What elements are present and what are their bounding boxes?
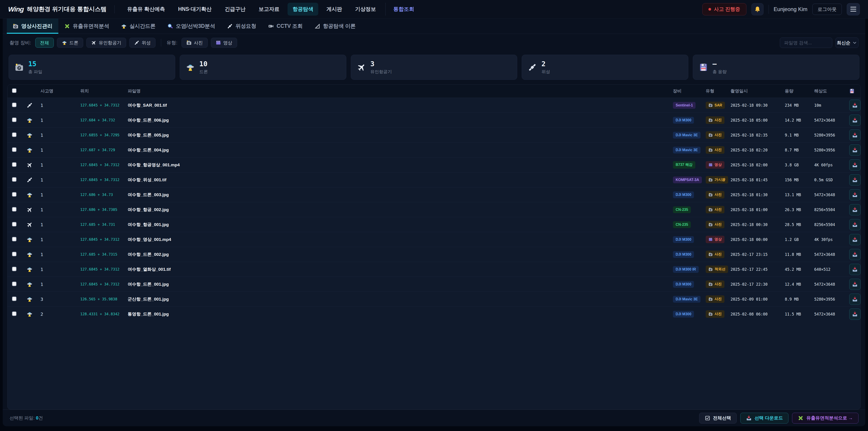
device-filter-button[interactable]: 드론 [57, 38, 83, 48]
download-button[interactable] [849, 249, 861, 260]
download-button[interactable] [849, 129, 861, 141]
download-button[interactable] [849, 234, 861, 245]
row-checkbox[interactable] [12, 118, 17, 122]
source-type-icon [26, 147, 33, 153]
row-checkbox[interactable] [12, 282, 17, 286]
sub-tab[interactable]: 오염/선박3D분석 [161, 19, 221, 34]
coordinates-link[interactable]: 127.6845 + 34.7312 [76, 237, 123, 242]
table-row[interactable]: 1 127.685 + 34.731 여수항_항공_001.jpg CN-235… [7, 217, 861, 232]
download-button[interactable] [849, 189, 861, 201]
nav-item[interactable]: 게시판 [321, 3, 347, 16]
nav-item[interactable]: 긴급구난 [220, 3, 250, 16]
row-checkbox[interactable] [12, 177, 17, 182]
nav-item[interactable]: 유출유 확산예측 [122, 3, 170, 16]
nav-item[interactable]: 보고자료 [254, 3, 284, 16]
row-checkbox[interactable] [12, 192, 17, 196]
row-checkbox[interactable] [12, 311, 17, 316]
download-button[interactable] [849, 219, 861, 230]
row-checkbox[interactable] [12, 132, 17, 137]
coordinates-link[interactable]: 127.684 + 34.732 [76, 118, 123, 122]
row-checkbox[interactable] [12, 267, 17, 271]
sub-tab[interactable]: 위성요청 [221, 19, 262, 34]
file-size: 8.7 MB [780, 148, 810, 152]
download-button[interactable] [849, 308, 861, 320]
row-checkbox[interactable] [12, 252, 17, 256]
sub-tab[interactable]: CCTV 조회 [262, 19, 309, 34]
sub-tab[interactable]: 유출유면적분석 [58, 19, 115, 34]
nav-item[interactable]: HNS·대기확산 [173, 3, 217, 16]
coordinates-link[interactable]: 128.4331 + 34.8342 [76, 312, 123, 316]
coordinates-link[interactable]: 127.6855 + 34.7295 [76, 133, 123, 137]
device-filter-button[interactable]: 전체 [35, 38, 54, 48]
table-row[interactable]: 1 127.6855 + 34.7295 여수항_드론_005.jpg DJI … [7, 127, 861, 143]
table-row[interactable]: 1 127.687 + 34.729 여수항_드론_004.jpg DJI Ma… [7, 143, 861, 157]
table-row[interactable]: 1 127.6845 + 34.7312 여수항_항공영상_001.mp4 B7… [7, 157, 861, 172]
type-icon [708, 148, 713, 152]
row-checkbox[interactable] [12, 237, 17, 241]
download-button[interactable] [849, 145, 861, 156]
download-button[interactable] [849, 264, 861, 275]
nav-item[interactable]: 통합조회 [385, 3, 419, 16]
notifications-button[interactable] [751, 3, 764, 16]
download-button[interactable] [849, 279, 861, 290]
coordinates-link[interactable]: 127.685 + 34.731 [76, 222, 123, 227]
row-checkbox[interactable] [12, 222, 17, 226]
logout-button[interactable]: 로그아웃 [812, 4, 842, 15]
menu-button[interactable] [847, 3, 860, 16]
row-checkbox[interactable] [12, 207, 17, 212]
download-button[interactable] [849, 115, 861, 126]
coordinates-link[interactable]: 127.685 + 34.7315 [76, 252, 123, 256]
divider [114, 5, 115, 13]
row-checkbox[interactable] [12, 147, 17, 152]
coordinates-link[interactable]: 127.6845 + 34.7312 [76, 178, 123, 182]
download-selected-button[interactable]: 선택 다운로드 [740, 413, 789, 424]
equipment-badge: B737 해감 [673, 161, 695, 168]
device-filter-button[interactable]: 위성 [129, 38, 156, 48]
type-filter-button[interactable]: 사진 [182, 38, 208, 48]
table-row[interactable]: 3 126.565 + 35.9838 군산항_드론_001.jpg DJI M… [7, 291, 861, 306]
download-button[interactable] [849, 174, 861, 186]
table-row[interactable]: 1 127.6845 + 34.7312 여수항_SAR_001.tif Sen… [7, 98, 861, 113]
row-checkbox[interactable] [12, 162, 17, 167]
row-checkbox[interactable] [12, 297, 17, 301]
stat-value: 10 [199, 60, 208, 68]
search-input[interactable] [780, 37, 832, 48]
row-checkbox[interactable] [12, 102, 17, 107]
table-row[interactable]: 2 128.4331 + 34.8342 통영항_드론_001.jpg DJI … [7, 306, 861, 321]
incident-id: 1 [36, 267, 76, 272]
coordinates-link[interactable]: 126.565 + 35.9838 [76, 297, 123, 301]
download-button[interactable] [849, 204, 861, 215]
type-filter-icon [216, 40, 221, 45]
coordinates-link[interactable]: 127.6845 + 34.7312 [76, 282, 123, 286]
table-row[interactable]: 1 127.6845 + 34.7312 여수항_위성_001.tif KOMP… [7, 172, 861, 187]
file-name: 군산항_드론_001.jpg [123, 296, 669, 302]
sub-tab[interactable]: 항공탐색 이론 [309, 19, 362, 34]
download-button[interactable] [849, 100, 861, 111]
coordinates-link[interactable]: 127.686 + 34.73 [76, 192, 123, 197]
select-all-button[interactable]: 전체선택 [699, 413, 737, 424]
table-row[interactable]: 1 127.6845 + 34.7312 여수항_드론_001.jpg DJI … [7, 277, 861, 291]
sub-tab[interactable]: 실시간드론 [115, 19, 161, 34]
table-row[interactable]: 1 127.686 + 34.73 여수항_드론_003.jpg DJI M30… [7, 187, 861, 202]
nav-item[interactable]: 항공탐색 [287, 3, 318, 16]
filter-bar: 촬영 장비: 전체 드론 유인항공기 [7, 37, 861, 48]
coordinates-link[interactable]: 127.6845 + 34.7312 [76, 163, 123, 167]
select-all-checkbox[interactable] [12, 88, 17, 93]
coordinates-link[interactable]: 127.686 + 34.7305 [76, 208, 123, 212]
coordinates-link[interactable]: 127.687 + 34.729 [76, 148, 123, 152]
table-row[interactable]: 1 127.686 + 34.7305 여수항_항공_002.jpg CN-23… [7, 202, 861, 217]
device-filter-button[interactable]: 유인항공기 [86, 38, 126, 48]
to-oil-area-analysis-button[interactable]: 유출유면적분석으로 → [792, 413, 859, 424]
table-row[interactable]: 1 127.6845 + 34.7312 여수항_열화상_001.tif DJI… [7, 262, 861, 277]
nav-item[interactable]: 기상정보 [350, 3, 381, 16]
coordinates-link[interactable]: 127.6845 + 34.7312 [76, 103, 123, 107]
coordinates-link[interactable]: 127.6845 + 34.7312 [76, 267, 123, 271]
table-row[interactable]: 1 127.684 + 34.732 여수항_드론_006.jpg DJI M3… [7, 113, 861, 127]
table-row[interactable]: 1 127.6845 + 34.7312 여수항_영상_001.mp4 DJI … [7, 232, 861, 247]
download-button[interactable] [849, 159, 861, 171]
sort-dropdown[interactable]: 최신순 [835, 37, 859, 48]
table-row[interactable]: 1 127.685 + 34.7315 여수항_드론_002.jpg DJI M… [7, 247, 861, 262]
type-filter-button[interactable]: 영상 [211, 38, 237, 48]
sub-tab[interactable]: 영상사진관리 [7, 19, 58, 34]
download-button[interactable] [849, 294, 861, 305]
